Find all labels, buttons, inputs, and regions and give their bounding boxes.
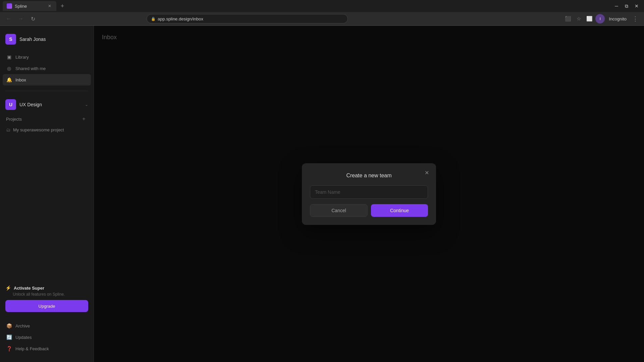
minimize-button[interactable]: ─ (612, 1, 621, 11)
url-text: app.spline.design/inbox (158, 16, 203, 21)
sidebar-item-library[interactable]: ▣ Library (3, 51, 91, 63)
help-icon: ❓ (6, 346, 12, 352)
sidebar-divider (5, 91, 88, 91)
tab-favicon (7, 3, 12, 9)
continue-button[interactable]: Continue (371, 204, 428, 217)
team-section: U UX Design ⌄ Projects + 🗂 My superaweso… (0, 95, 94, 137)
sidebar-item-archive[interactable]: 📦 Archive (3, 320, 91, 331)
project-name: My superawesome project (13, 127, 64, 132)
url-bar[interactable]: 🔒 app.spline.design/inbox (147, 14, 348, 23)
sidebar-user[interactable]: S Sarah Jonas (0, 31, 94, 50)
project-item[interactable]: 🗂 My superawesome project (5, 125, 88, 134)
sidebar-nav: ▣ Library ◎ Shared with me 🔔 Inbox (0, 50, 94, 87)
main-content: Inbox ✕ Create a new team Cancel Continu… (94, 26, 644, 362)
team-name: UX Design (19, 102, 82, 107)
close-window-button[interactable]: ✕ (632, 1, 641, 11)
tab-title: Spline (15, 4, 27, 9)
browser-tab[interactable]: Spline ✕ (3, 1, 56, 11)
incognito-text: Incognito (609, 16, 627, 21)
modal-title: Create a new team (310, 173, 428, 179)
create-team-modal: ✕ Create a new team Cancel Continue (302, 163, 436, 225)
archive-icon: 📦 (6, 323, 12, 329)
sidebar-item-updates[interactable]: 🔄 Updates (3, 331, 91, 343)
browser-menu-button[interactable]: ⋮ (631, 14, 640, 23)
activate-super-title: Activate Super (14, 286, 44, 291)
projects-label: Projects (6, 117, 22, 122)
bookmark-button[interactable]: ☆ (574, 14, 583, 23)
modal-actions: Cancel Continue (310, 204, 428, 217)
modal-close-button[interactable]: ✕ (422, 168, 431, 177)
activate-super-section: ⚡ Activate Super Unlock all features on … (0, 281, 94, 315)
address-bar-actions: ⬛ ☆ ⬜ I Incognito ⋮ (563, 14, 640, 23)
projects-header: Projects + (5, 114, 88, 124)
avatar: S (5, 34, 16, 45)
modal-overlay[interactable]: ✕ Create a new team Cancel Continue (94, 26, 644, 362)
sidebar-item-label: Updates (15, 335, 32, 340)
sidebar-item-label: Archive (15, 323, 30, 328)
lightning-icon: ⚡ (5, 285, 11, 291)
sidebar-item-label: Shared with me (15, 66, 46, 71)
profile-button[interactable]: I (595, 14, 605, 23)
address-bar: ← → ↻ 🔒 app.spline.design/inbox ⬛ ☆ ⬜ I … (0, 12, 644, 25)
inbox-icon: 🔔 (6, 77, 12, 83)
sidebar-item-label: Library (15, 55, 29, 60)
tab-close-button[interactable]: ✕ (47, 3, 52, 9)
team-header[interactable]: U UX Design ⌄ (5, 98, 88, 111)
activate-super-subtitle: Unlock all features on Spline. (13, 292, 88, 297)
browser-chrome: Spline ✕ + ─ ⧉ ✕ ← → ↻ 🔒 app.spline.desi… (0, 0, 644, 26)
team-name-input[interactable] (310, 185, 428, 199)
app-container: S Sarah Jonas ▣ Library ◎ Shared with me… (0, 26, 644, 362)
sidebar: S Sarah Jonas ▣ Library ◎ Shared with me… (0, 26, 94, 362)
user-name: Sarah Jonas (19, 37, 46, 42)
forward-button[interactable]: → (16, 14, 25, 23)
shared-icon: ◎ (6, 65, 12, 71)
sidebar-item-inbox[interactable]: 🔔 Inbox (3, 74, 91, 85)
chevron-down-icon[interactable]: ⌄ (85, 102, 88, 107)
updates-icon: 🔄 (6, 334, 12, 340)
activate-super-header: ⚡ Activate Super (5, 285, 88, 291)
maximize-button[interactable]: ⧉ (622, 1, 631, 11)
library-icon: ▣ (6, 54, 12, 60)
folder-icon: 🗂 (6, 127, 10, 132)
back-button[interactable]: ← (4, 14, 13, 23)
upgrade-button[interactable]: Upgrade (5, 300, 88, 312)
sidebar-toggle-button[interactable]: ⬜ (585, 14, 594, 23)
incognito-label[interactable]: Incognito (606, 16, 629, 22)
team-avatar: U (5, 99, 16, 110)
window-controls: ─ ⧉ ✕ (612, 1, 641, 11)
lock-icon: 🔒 (151, 17, 156, 21)
extension-icon[interactable]: ⬛ (563, 14, 573, 23)
sidebar-item-label: Help & Feedback (15, 346, 49, 351)
new-tab-button[interactable]: + (58, 1, 67, 11)
sidebar-item-help[interactable]: ❓ Help & Feedback (3, 343, 91, 354)
sidebar-item-label: Inbox (15, 77, 26, 82)
refresh-button[interactable]: ↻ (28, 14, 38, 23)
sidebar-bottom: 📦 Archive 🔄 Updates ❓ Help & Feedback (0, 317, 94, 357)
sidebar-item-shared[interactable]: ◎ Shared with me (3, 63, 91, 74)
tab-bar: Spline ✕ + ─ ⧉ ✕ (0, 0, 644, 12)
cancel-button[interactable]: Cancel (310, 204, 368, 217)
add-project-button[interactable]: + (80, 115, 88, 123)
